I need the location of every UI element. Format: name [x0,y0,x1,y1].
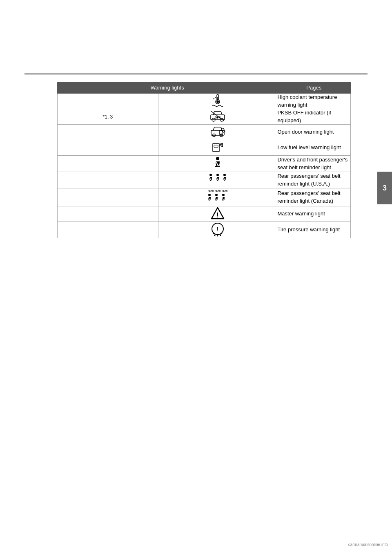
svg-text:!: ! [216,212,218,219]
row-desc-door: Open door warning light [277,125,351,140]
svg-text:!: ! [217,226,219,233]
svg-point-42 [214,235,216,236]
row-icon-rear-usa [158,172,277,188]
row-pages-master [351,206,351,222]
table-wrapper: Warning lights Pages [57,82,351,238]
row-note-seatbelt [58,156,158,172]
row-pages-tire [351,222,351,238]
row-desc-rear-usa: Rear passengers' seat belt reminder ligh… [277,172,351,188]
row-icon-rear-canada: REAR REAR REAR [158,188,277,206]
pksb-off-icon: OFF [209,109,226,123]
row-pages-coolant [351,94,351,109]
row-note-tire [58,222,158,238]
col-warning-lights-header: Warning lights [58,82,277,94]
row-desc-rear-canada: Rear passengers' seat belt reminder ligh… [277,188,351,206]
svg-point-25 [216,174,219,176]
row-note-coolant [58,94,158,109]
page: 3 Warning lights Pages [0,0,392,555]
row-note-rear-canada [58,188,158,206]
coolant-icon [210,94,225,107]
svg-rect-22 [217,165,219,166]
svg-line-4 [213,98,214,99]
row-icon-seatbelt [158,156,277,172]
table-row: Rear passengers' seat belt reminder ligh… [58,172,351,188]
svg-point-23 [209,174,212,176]
top-border-line [24,74,368,74]
row-icon-door [158,125,277,140]
svg-point-34 [215,194,218,196]
svg-text:REAR: REAR [222,190,228,192]
chapter-number: 3 [383,184,387,192]
svg-rect-17 [214,145,218,148]
row-pages-rear-usa [351,172,351,188]
table-row: ! Master warning light [58,206,351,222]
row-pages-pksb [351,109,351,125]
row-note-fuel [58,140,158,156]
warning-lights-table: Warning lights Pages [57,82,351,238]
row-note-master [58,206,158,222]
table-row: Driver's and front passenger's seat belt… [58,156,351,172]
svg-point-2 [216,101,219,103]
table-row: High coolant temperature warning light [58,94,351,109]
table-row: ! Tire pressure warning light [58,222,351,238]
svg-point-32 [208,194,211,196]
svg-point-43 [217,235,218,237]
row-note-pksb: *1, 3 [58,109,158,125]
tire-pressure-icon: ! [210,222,225,237]
svg-point-19 [216,157,219,160]
seatbelt-icon [210,156,225,170]
master-warning-icon: ! [210,206,225,220]
row-pages-seatbelt [351,156,351,172]
table-row: *1, 3 OFF [58,109,351,125]
chapter-tab: 3 [377,172,392,204]
row-icon-coolant [158,94,277,109]
row-desc-seatbelt: Driver's and front passenger's seat belt… [277,156,351,172]
row-icon-master: ! [158,206,277,222]
row-desc-master: Master warning light [277,206,351,222]
svg-text:REAR: REAR [208,190,214,192]
svg-point-44 [220,235,221,236]
row-pages-fuel [351,140,351,156]
row-desc-fuel: Low fuel level warning light [277,140,351,156]
svg-point-36 [222,194,225,196]
row-desc-coolant: High coolant temperature warning light [277,94,351,109]
row-note-rear-usa [58,172,158,188]
open-door-icon [210,125,225,139]
svg-line-5 [215,97,216,98]
row-icon-fuel [158,140,277,156]
row-note-door [58,125,158,140]
table-row: REAR REAR REAR [58,188,351,206]
row-pages-door [351,125,351,140]
rear-seatbelt-canada-icon: REAR REAR REAR [205,188,230,205]
col-pages-header: Pages [277,82,351,94]
table-row: Low fuel level warning light [58,140,351,156]
row-icon-tire: ! [158,222,277,238]
low-fuel-icon [210,140,225,154]
row-icon-pksb: OFF [158,109,277,125]
watermark: carmanualsonline.info [348,542,388,547]
svg-point-27 [223,174,226,176]
rear-seatbelt-usa-icon [207,172,228,187]
svg-text:REAR: REAR [215,190,221,192]
row-pages-rear-canada [351,188,351,206]
table-row: Open door warning light [58,125,351,140]
row-desc-pksb: PKSB OFF indicator (if equipped) [277,109,351,125]
row-desc-tire: Tire pressure warning light [277,222,351,238]
